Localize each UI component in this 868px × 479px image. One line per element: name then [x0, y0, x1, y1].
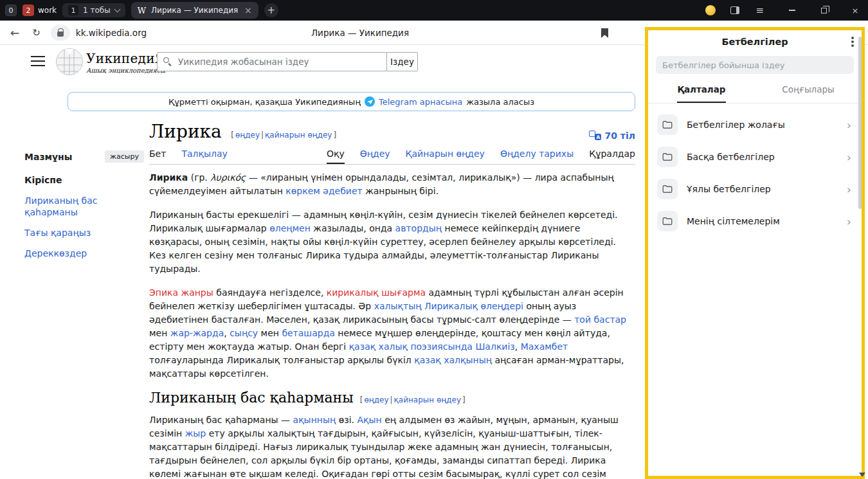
restore-button[interactable]: [811, 0, 836, 21]
language-selector[interactable]: A70 тіл: [561, 131, 635, 141]
workspace-badge[interactable]: 2 work: [23, 5, 57, 16]
banner-text-suffix: жазыла аласыз: [466, 97, 534, 107]
wiki-search-button[interactable]: Іздеу: [387, 52, 418, 71]
toc-item-see-also[interactable]: Тағы қараңыз: [24, 227, 144, 239]
telegram-link[interactable]: Telegram арнасына: [379, 97, 462, 107]
tab-title: Лирика — Уикипедия: [151, 6, 239, 15]
panel-scrollbar-thumb[interactable]: [858, 37, 862, 209]
banner-text-prefix: Құрметті оқырман, қазақша Уикипедияның: [168, 97, 361, 107]
wiki-link[interactable]: жыр: [185, 428, 206, 438]
edit-source-link[interactable]: қайнарын өңдеу: [394, 395, 461, 404]
wiki-link[interactable]: Лирикалық өлеңдері: [424, 301, 523, 311]
minimize-button[interactable]: [779, 0, 805, 21]
folder-row-mobile-bookmarks[interactable]: Ұялы бетбелгілер ›: [648, 173, 862, 205]
telegram-icon: [365, 96, 375, 107]
tab-counter-badge[interactable]: 0: [5, 5, 17, 16]
wiki-link[interactable]: Ақын: [357, 415, 382, 425]
edit-link[interactable]: өңдеу: [235, 131, 260, 140]
toc-title: Мазмұны: [24, 152, 72, 162]
folder-row-other-bookmarks[interactable]: Басқа бетбелгілер ›: [648, 141, 862, 173]
tab-page[interactable]: Бет: [149, 149, 166, 159]
section-heading: Лириканың бас қаһарманы[өңдеу|қайнарын ө…: [149, 391, 635, 407]
site-security-pill[interactable]: [51, 25, 70, 41]
browser-window: 0 2 work 1 1 тобы W Лирика — Уикипедия ×…: [0, 0, 868, 479]
tab-read[interactable]: Оқу: [327, 149, 345, 164]
folder-icon: [657, 147, 678, 167]
wiki-link[interactable]: халықтың: [374, 301, 422, 311]
bookmarks-search-input[interactable]: [656, 56, 854, 74]
browser-tab-active[interactable]: W Лирика — Уикипедия ×: [131, 2, 258, 19]
wikipedia-logo[interactable]: [55, 48, 84, 78]
bookmarks-folder-list: Бетбелгілер жолағы › Басқа бетбелгілер ›…: [648, 104, 862, 237]
article-title-row: Лирика [өңдеу|қайнарын өңдеу]: [149, 121, 336, 142]
bookmark-flag-icon[interactable]: [601, 28, 608, 38]
folder-row-my-links[interactable]: Менің сілтемелерім ›: [648, 205, 862, 237]
tab-history[interactable]: Өңделу тарихы: [500, 149, 574, 159]
wordmark-tagline: Ашық энциклопедиясы: [86, 67, 165, 74]
wiki-link[interactable]: көркем әдебиет: [285, 186, 362, 196]
telegram-banner: Құрметті оқырман, қазақша Уикипедияның T…: [68, 92, 635, 111]
edit-source-link[interactable]: қайнарын өңдеу: [265, 131, 332, 140]
wiki-link[interactable]: Шалкиіз: [475, 341, 514, 352]
language-count: 70 тіл: [604, 131, 635, 141]
side-panels-icon[interactable]: [730, 6, 739, 14]
tab-group-count: 1: [68, 5, 78, 15]
wiki-link[interactable]: ақынның: [293, 415, 336, 425]
wiki-link[interactable]: той бастар: [574, 314, 626, 325]
close-tab-icon[interactable]: ×: [244, 5, 252, 15]
tab-group-label: 1 тобы: [83, 6, 111, 15]
title-edit-links: [өңдеу|қайнарын өңдеу]: [231, 131, 336, 140]
kebab-menu-icon[interactable]: [851, 41, 854, 43]
new-tab-button[interactable]: +: [264, 3, 278, 17]
reload-icon[interactable]: ↻: [32, 27, 41, 39]
paragraph: Лирика (гр. λυρικός — «лираның үнімен ор…: [149, 171, 635, 198]
bookmarks-tabs: Қалталар Соңғылары: [648, 84, 862, 104]
wiki-link[interactable]: өлеңмен: [269, 223, 311, 233]
wiki-link[interactable]: беташарда: [282, 328, 335, 338]
wiki-link[interactable]: автордың: [395, 223, 442, 233]
tab-tools[interactable]: Құралдар: [589, 149, 635, 159]
rewards-coin-icon[interactable]: [705, 5, 716, 15]
wiki-link[interactable]: сыңсу: [230, 328, 258, 338]
scrollbar-down-arrow[interactable]: [859, 473, 865, 477]
folder-icon: [657, 211, 678, 231]
wordmark-title: УикипедиЯ: [86, 51, 165, 66]
wikipedia-wordmark[interactable]: УикипедиЯ Ашық энциклопедиясы: [86, 51, 165, 74]
tab-edit[interactable]: Өңдеу: [360, 149, 390, 159]
url-text[interactable]: kk.wikipedia.org: [76, 28, 147, 38]
wiki-link[interactable]: Махамбет: [521, 341, 568, 352]
toc-item-intro[interactable]: Кіріспе: [24, 174, 144, 186]
section-edit-links: [өңдеу|қайнарын өңдеу]: [360, 395, 466, 404]
languages-icon: A: [589, 131, 601, 140]
chevron-right-icon: ›: [847, 215, 851, 228]
toc-item-hero[interactable]: Лириканың бас қаһарманы: [24, 195, 144, 218]
wiki-link[interactable]: қазақ халқының: [414, 355, 492, 365]
tab-folders[interactable]: Қалталар: [648, 84, 755, 103]
chevron-down-icon: [114, 6, 120, 13]
folder-row-bookmarks-bar[interactable]: Бетбелгілер жолағы ›: [648, 109, 862, 141]
browser-menu-icon[interactable]: ≡: [755, 5, 764, 16]
wiki-redlink[interactable]: Эпика жанры: [149, 287, 213, 298]
wiki-link[interactable]: жар-жарда: [170, 328, 224, 338]
article-title: Лирика: [149, 121, 222, 142]
tab-group[interactable]: 1 1 тобы: [62, 3, 125, 17]
wiki-search-input[interactable]: [157, 52, 387, 71]
toc-hide-button[interactable]: жасыру: [105, 150, 144, 163]
close-window-button[interactable]: ×: [842, 0, 868, 21]
folder-icon: [657, 114, 678, 135]
tab-recent[interactable]: Соңғылары: [755, 84, 862, 103]
folder-icon: [657, 179, 678, 199]
wiki-redlink[interactable]: кирикалық шығарма: [327, 287, 426, 298]
tab-talk[interactable]: Талқылау: [181, 149, 227, 159]
wiki-hamburger-icon[interactable]: [31, 56, 45, 66]
chevron-right-icon: ›: [847, 118, 851, 132]
edit-link[interactable]: өңдеу: [364, 395, 388, 404]
tab-edit-source[interactable]: Қайнарын өңдеу: [406, 149, 485, 159]
restore-icon: [821, 8, 827, 14]
table-of-contents: Мазмұны жасыру Кіріспе Лириканың бас қаһ…: [24, 150, 144, 268]
wiki-link[interactable]: қазақ халық поэзиясында: [349, 341, 473, 352]
toc-item-sources[interactable]: Дереккөздер: [24, 248, 144, 259]
chevron-right-icon: ›: [847, 183, 851, 196]
lock-icon: [57, 32, 64, 37]
back-icon[interactable]: ←: [10, 26, 19, 39]
